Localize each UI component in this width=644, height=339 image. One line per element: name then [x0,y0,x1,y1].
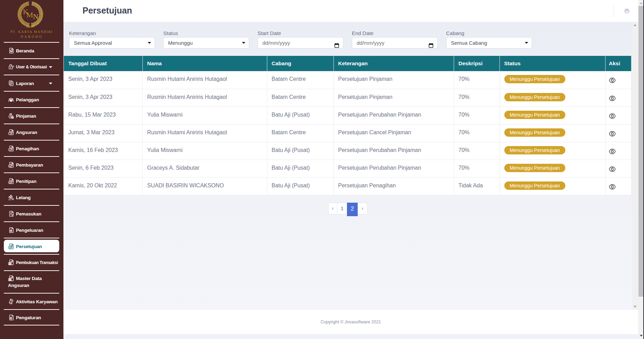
svg-text:$: $ [9,164,11,167]
svg-text:$: $ [9,181,11,183]
